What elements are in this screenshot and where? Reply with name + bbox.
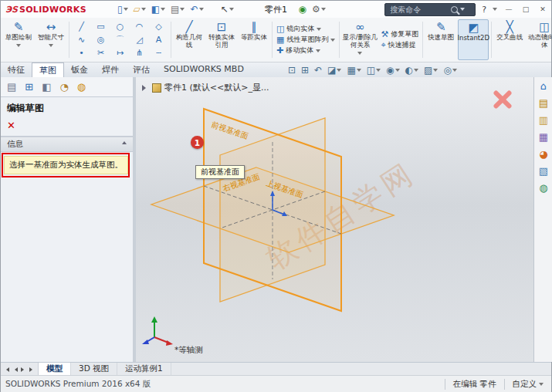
convert-entities-button[interactable]: ⊡ 转换实体引用 (206, 19, 237, 60)
tab-weldments[interactable]: 焊件 (95, 63, 126, 77)
zoom-area-button[interactable]: ⊞ (301, 65, 309, 76)
divider (422, 22, 423, 58)
select-button[interactable]: ↖ (221, 5, 234, 14)
display-delete-relations-label: 显示/删除几何关系 (342, 34, 378, 49)
previous-tab-button[interactable] (12, 365, 19, 373)
tab-sketch[interactable]: 草图 (32, 63, 64, 77)
arc-icon[interactable]: ◠ (136, 22, 144, 32)
smart-dimension-label: 智能尺寸 (38, 34, 64, 42)
trim-icon[interactable]: ✂ (97, 48, 104, 58)
zoom-fit-button[interactable]: ⊡ (288, 65, 296, 76)
open-button[interactable]: ▱ (134, 5, 146, 14)
display-manager-tab[interactable]: ◍ (77, 81, 86, 93)
feature-manager-tab[interactable]: ▤ (7, 81, 16, 93)
polygon-icon[interactable]: ◇ (155, 22, 161, 32)
ellipse-icon[interactable]: ◎ (97, 35, 105, 45)
quick-snaps-button[interactable]: ⌖ 快速捕捉 (379, 40, 420, 50)
design-library-icon[interactable]: ▤ (539, 98, 548, 109)
chevron-down-icon (357, 52, 362, 57)
appearances-icon[interactable]: ◕ (539, 149, 547, 160)
document-title: 零件1 (265, 4, 287, 15)
save-button[interactable]: ◧ (151, 5, 165, 14)
solidworks-resources-icon[interactable]: ⌂ (540, 81, 547, 92)
customize-label: 自定义 (513, 379, 537, 390)
close-button[interactable]: ✕ (537, 5, 548, 13)
property-manager-tab[interactable]: ⊞ (25, 81, 33, 93)
text-icon[interactable]: A (156, 35, 162, 45)
construction-geometry-icon: ╱ (185, 21, 192, 34)
smart-dimension-button[interactable]: ↔ 智能尺寸 (36, 19, 66, 60)
extend-icon[interactable]: ↦ (117, 48, 124, 58)
last-tab-button[interactable] (29, 365, 36, 373)
view-orientation-icon: ▦ (347, 65, 355, 76)
centerline-icon[interactable]: ┄ (156, 48, 161, 58)
maximize-button[interactable]: □ (520, 5, 531, 13)
cancel-button[interactable]: ✕ (1, 118, 24, 134)
chamfer-icon[interactable]: ◿ (136, 35, 142, 45)
dimxpert-manager-tab[interactable]: ◔ (60, 81, 69, 93)
tab-solidworks-mbd[interactable]: SOLIDWORKS MBD (157, 63, 251, 77)
move-entities-icon: ✚ (276, 46, 283, 56)
expand-tree-icon[interactable] (142, 85, 149, 91)
point-icon[interactable]: • (79, 48, 84, 58)
rectangle-icon[interactable]: ▭ (97, 22, 104, 32)
options-button[interactable]: ⚙ (312, 5, 326, 14)
minimize-button[interactable]: — (503, 5, 514, 13)
hide-show-items-button[interactable]: ◉ (386, 65, 399, 76)
display-delete-relations-button[interactable]: ∞ 显示/删除几何关系 (342, 19, 378, 60)
line-icon[interactable]: ╱ (79, 22, 84, 32)
offset-entities-button[interactable]: ∥ 等距实体 (239, 19, 269, 60)
edit-appearance-button[interactable]: ◐ (405, 65, 418, 76)
display-style-button[interactable]: ◫ (367, 65, 381, 76)
feature-tree-flyout[interactable]: 零件1 (默认<<默认>_显... (142, 82, 269, 93)
tab-features[interactable]: 特征 (1, 63, 32, 77)
mirror-entities-button[interactable]: ◫ 镜向实体 (275, 24, 337, 34)
view-settings-button[interactable]: ◎ (443, 65, 456, 76)
rebuild-icon: ◉ (299, 5, 306, 14)
spline-icon[interactable]: ∿ (78, 35, 85, 45)
custom-properties-icon[interactable]: ▧ (539, 166, 548, 177)
repair-sketch-button[interactable]: ⚒ 修复草图 (379, 29, 420, 39)
model-tab[interactable]: 模型 (39, 363, 71, 376)
rebuild-button[interactable]: ◉ (299, 5, 306, 14)
intersection-curve-button[interactable]: ╳ 交叉曲线 (494, 19, 525, 60)
move-entities-button[interactable]: ✚ 移动实体 (275, 46, 337, 56)
construction-geometry-button[interactable]: ╱ 构造几何线 (174, 19, 205, 60)
graphics-area[interactable]: 软件自学网 前视基准面 上视基准面 右视基准面 (136, 77, 533, 362)
fillet-icon[interactable]: ⌒ (116, 34, 124, 46)
instant2d-button[interactable]: ◩ Instant2D (458, 19, 489, 60)
customize-menu[interactable]: 自定义 (513, 379, 544, 390)
dynamic-mirror-button[interactable]: ◫ 动态镜向实体 (527, 19, 552, 60)
circle-icon[interactable]: ○ (117, 22, 124, 32)
section-view-button[interactable]: ◪ (327, 65, 341, 76)
sketch-button[interactable]: ✎ 草图绘制 (3, 19, 34, 60)
message-group-header[interactable]: 信息 (1, 137, 133, 152)
configuration-manager-tab[interactable]: ◧ (42, 81, 51, 93)
linear-sketch-pattern-button[interactable]: ▦ 线性草图阵列 (275, 35, 337, 45)
split-entities-icon[interactable]: ⋔ (136, 48, 143, 58)
new-file-button[interactable]: ▯ (117, 5, 128, 14)
forum-icon[interactable]: ◍ (539, 183, 547, 194)
search-input[interactable] (388, 5, 449, 15)
tab-evaluate[interactable]: 评估 (126, 63, 157, 77)
file-explorer-icon[interactable]: ▥ (539, 115, 548, 126)
command-search[interactable] (384, 3, 476, 16)
first-tab-button[interactable] (3, 365, 10, 373)
motion-study-tab[interactable]: 运动算例1 (117, 363, 171, 376)
apply-scene-icon: ▨ (424, 65, 432, 76)
previous-view-button[interactable]: ↶ (314, 65, 322, 76)
next-tab-button[interactable] (20, 365, 27, 373)
undo-button[interactable]: ↶ (190, 5, 203, 14)
cancel-sketch-button[interactable] (489, 86, 516, 113)
tab-sheet-metal[interactable]: 钣金 (64, 63, 95, 77)
3d-views-tab[interactable]: 3D 视图 (71, 363, 117, 376)
solidworks-logo: ЭS SOLIDWORKS (5, 5, 86, 15)
convert-entities-icon: ⊡ (217, 21, 227, 34)
apply-scene-button[interactable]: ▨ (424, 65, 438, 76)
rapid-sketch-button[interactable]: ✎ 快速草图 (425, 19, 456, 60)
chevron-down-icon (316, 49, 320, 55)
view-orientation-button[interactable]: ▦ (347, 65, 361, 76)
print-button[interactable]: ▤ (171, 5, 185, 14)
help-button[interactable]: ? (482, 5, 486, 15)
view-palette-icon[interactable]: ▦ (539, 132, 548, 143)
